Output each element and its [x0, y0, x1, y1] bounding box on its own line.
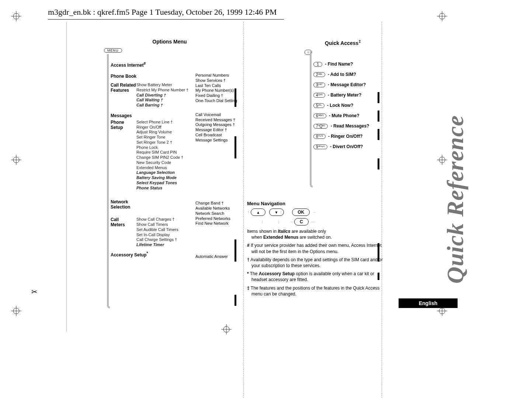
index-tab [378, 111, 379, 122]
note-dagger: † Availability depends on the type and s… [247, 257, 387, 269]
index-tab [378, 273, 379, 280]
note-ddagger: ‡ The features and the positions of the … [247, 285, 387, 297]
qa-item: 5ᴶᴷᴸ - Lock Now? [313, 103, 383, 108]
qa-label: Add to SIM? [330, 72, 356, 77]
nav-c-key-icon: C [294, 218, 309, 225]
options-menu-title: Options Menu [103, 39, 236, 45]
ps-item: Extended Menus [136, 165, 236, 171]
fold-guide [243, 22, 244, 398]
branch-network-selection: Network Selection [111, 199, 136, 210]
qa-item: 3ᴰᴱᶠ - Message Editor? [313, 82, 383, 87]
ps-item: Select Keypad Tones [136, 181, 236, 186]
index-tab [378, 92, 379, 103]
ns-item: Available Networks [195, 206, 230, 211]
quick-access-title: Quick Access‡ [302, 39, 383, 46]
qa-label: Ringer On/Off? [331, 134, 362, 139]
keycap-icon: 6ᴹᴺᴼ [313, 113, 326, 118]
ps-item: Phone Status [136, 186, 236, 191]
registration-mark-icon [11, 155, 21, 165]
cm-item: Show Call Timers [136, 222, 236, 227]
quick-access-panel: Quick Access‡ ↑ 1 - Find Name? 2ᴬᴮᶜ - Ad… [302, 39, 383, 154]
qa-label: Message Editor? [330, 82, 366, 87]
ps-item: Change SIM PIN2 Code † [136, 155, 236, 160]
scissor-icon: ✂ [31, 287, 38, 296]
keycap-icon: 3ᴰᴱᶠ [313, 83, 325, 87]
accessory-label: Accessory Setup [111, 252, 146, 258]
pb-item: Personal Numbers [195, 73, 237, 78]
ps-item: Set Ringer Tone 2 † [136, 140, 236, 145]
ps-item: New Security Code [136, 160, 236, 165]
ps-item: Select Phone Line † [136, 120, 236, 125]
running-head: m3gdr_en.bk : qkref.fm5 Page 1 Tuesday, … [48, 7, 277, 17]
footnotes: Items shown in Italics are available onl… [247, 228, 387, 297]
nav-ok-key-icon: OK [292, 209, 310, 216]
cm-item: Lifetime Timer [136, 242, 236, 248]
qa-item: 9ᵂˣʸᶻ - Divert On/Off? [313, 144, 383, 149]
ps-item: Language Selection [136, 170, 236, 175]
ns-item: Network Search [195, 211, 230, 216]
as-item: Automatic Answer [195, 254, 228, 259]
msg-item: Call Voicemail [195, 112, 235, 118]
cr-item: Restrict My Phone Number † [136, 88, 236, 93]
cm-item: Call Charge Settings † [136, 237, 236, 242]
qa-item: 6ᴹᴺᴼ - Mute Phone? [313, 113, 383, 118]
keycap-icon: 7ᴾQᴿˢ [313, 124, 328, 129]
ps-item: Require SIM Card PIN [136, 150, 236, 155]
qa-label: Divert On/Off? [333, 144, 363, 149]
ps-item: Set Ringer Tone [136, 135, 236, 140]
menu-navigation-panel: Menu Navigation ↑ OK→ ↓ ↓ ←C— Items show… [247, 201, 387, 299]
qa-title-text: Quick Access [325, 40, 358, 46]
note-hash: # If your service provider has added the… [247, 242, 387, 254]
menu-key-icon: MENU [104, 48, 122, 53]
branch-phone-setup: Phone Setup [111, 120, 133, 130]
index-tab [235, 295, 236, 306]
keycap-icon: 4ᴳᴴᴵ [313, 93, 325, 98]
registration-mark-icon [11, 11, 21, 21]
menu-trunk-line [107, 54, 110, 308]
nav-down-key-icon [269, 209, 284, 216]
qa-trunk-line [310, 51, 313, 188]
cm-item: Set In-Call Display [136, 232, 236, 238]
keycap-icon: 9ᵂˣʸᶻ [313, 144, 327, 149]
nav-keys-row: ↑ OK→ [247, 209, 387, 216]
access-internet-label: Access Internet [111, 63, 143, 68]
spine-title: Quick Reference [442, 115, 469, 284]
qa-title-note: ‡ [358, 39, 361, 43]
index-tab [235, 88, 236, 107]
cr-item: Call Waiting † [136, 98, 236, 103]
registration-mark-icon [221, 324, 232, 335]
qa-label: Find Name? [328, 62, 353, 67]
menu-navigation-title: Menu Navigation [247, 201, 387, 206]
index-tab [378, 158, 379, 169]
index-tab [378, 243, 379, 262]
ps-item: Phone Lock [136, 145, 236, 150]
options-menu-panel: Options Menu MENU Access Internet# Phone… [103, 39, 236, 259]
keycap-icon: 1 [313, 62, 322, 67]
access-internet-note: # [143, 62, 146, 66]
qa-item: 7ᴾQᴿˢ - Read Messages? [313, 123, 383, 129]
qa-label: Lock Now? [330, 103, 353, 108]
qa-item: 8ᵀᵁⱽ - Ringer On/Off? [313, 134, 383, 139]
qa-label: Battery Meter? [330, 92, 361, 98]
qa-label: Mute Phone? [331, 113, 359, 118]
note-star: * The Accessory Setup option is availabl… [247, 271, 387, 283]
registration-mark-icon [437, 11, 447, 21]
nav-keys-row2: ↓ ↓ ←C— [247, 218, 387, 225]
spine: Quick Reference [431, 55, 453, 291]
cm-item: Set Audible Call Timers [136, 227, 236, 232]
cr-item: Show Battery Meter [136, 83, 236, 88]
branch-access-internet: Access Internet# [111, 62, 236, 68]
header-rule [48, 19, 284, 20]
keycap-icon: 5ᴶᴷᴸ [313, 103, 324, 108]
note-italics: Items shown in Italics are available onl… [247, 228, 387, 240]
registration-mark-icon [11, 306, 21, 316]
cm-item: Show Call Charges † [136, 217, 236, 222]
accessory-note: * [146, 251, 148, 255]
index-tab [235, 136, 236, 158]
branch-call-related: Call Related Features [111, 83, 140, 93]
nav-up-key-icon [251, 209, 265, 216]
ps-item: Adjust Ring Volume [136, 130, 236, 135]
branch-call-meters: Call Meters [111, 217, 133, 227]
ns-item: Change Band † [195, 201, 230, 206]
index-tab [235, 239, 236, 262]
